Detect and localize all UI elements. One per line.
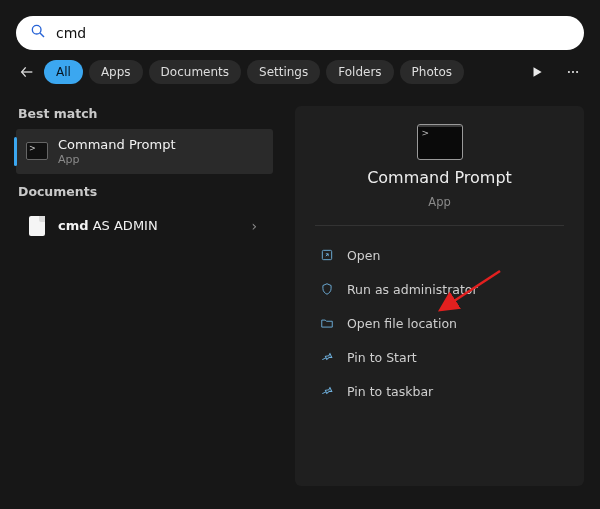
filter-photos[interactable]: Photos [400,60,464,84]
folder-icon [319,315,335,331]
search-icon [30,23,46,43]
command-prompt-icon [26,140,48,162]
action-open-file-location[interactable]: Open file location [315,308,564,338]
filter-documents[interactable]: Documents [149,60,241,84]
shield-icon [319,281,335,297]
result-subtitle: App [58,153,176,166]
back-button[interactable] [16,61,38,83]
action-label: Open file location [347,316,457,331]
action-label: Open [347,248,380,263]
action-label: Pin to Start [347,350,417,365]
svg-line-1 [40,33,44,37]
panel-actions: Open Run as administrator Open file loca… [315,240,564,406]
search-input[interactable] [56,25,570,41]
results-left-column: Best match Command Prompt App Documents … [0,96,285,505]
action-open[interactable]: Open [315,240,564,270]
filter-settings[interactable]: Settings [247,60,320,84]
result-title: cmd AS ADMIN [58,218,158,233]
best-match-heading: Best match [18,106,273,121]
start-search-window: All Apps Documents Settings Folders Phot… [0,0,600,509]
details-column: Command Prompt App Open Run as a [285,96,600,505]
result-title: Command Prompt [58,137,176,153]
filter-row: All Apps Documents Settings Folders Phot… [0,60,600,96]
search-area [0,0,600,60]
svg-point-4 [568,71,570,73]
svg-point-0 [32,25,41,34]
action-label: Run as administrator [347,282,478,297]
play-icon[interactable] [526,61,548,83]
action-pin-to-taskbar[interactable]: Pin to taskbar [315,376,564,406]
panel-hero: Command Prompt App [315,124,564,226]
documents-heading: Documents [18,184,273,199]
filter-apps[interactable]: Apps [89,60,143,84]
chevron-right-icon: › [251,218,263,234]
open-icon [319,247,335,263]
pin-icon [319,349,335,365]
action-pin-to-start[interactable]: Pin to Start [315,342,564,372]
results-body: Best match Command Prompt App Documents … [0,96,600,505]
svg-point-5 [572,71,574,73]
result-document-cmd-as-admin[interactable]: cmd AS ADMIN › [16,207,273,245]
document-icon [26,215,48,237]
filter-all[interactable]: All [44,60,83,84]
svg-marker-3 [534,67,542,76]
panel-subtitle: App [428,195,450,209]
details-panel: Command Prompt App Open Run as a [295,106,584,486]
result-command-prompt[interactable]: Command Prompt App [16,129,273,174]
search-box[interactable] [16,16,584,50]
panel-title: Command Prompt [367,168,512,187]
pin-icon [319,383,335,399]
command-prompt-large-icon [417,124,463,160]
filter-folders[interactable]: Folders [326,60,393,84]
action-label: Pin to taskbar [347,384,433,399]
action-run-as-admin[interactable]: Run as administrator [315,274,564,304]
svg-point-6 [576,71,578,73]
more-icon[interactable] [562,61,584,83]
